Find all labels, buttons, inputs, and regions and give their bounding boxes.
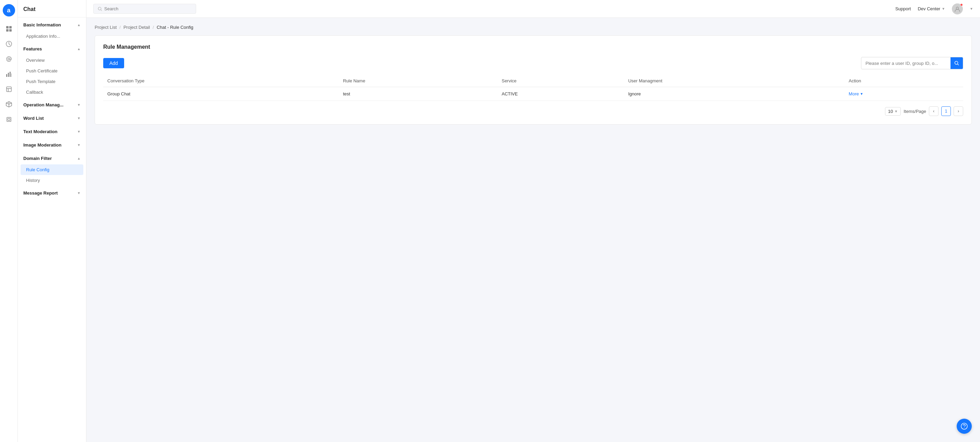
topbar-right: Support Dev Center ▼ ▼ [895,3,973,14]
svg-rect-1 [9,26,12,29]
sidebar: Chat Basic Information ▲ Application Inf… [18,0,86,442]
breadcrumb-project-detail[interactable]: Project Detail [123,25,150,30]
sidebar-section-image-moderation: Image Moderation ▼ [18,139,86,151]
app-logo[interactable]: a [3,4,15,16]
chevron-down-icon-more: ▼ [860,92,864,96]
table-row: Group Chat test ACTIVE Ignore More ▼ [103,87,963,101]
sidebar-section-word-list: Word List ▼ [18,112,86,124]
sidebar-section-title-features[interactable]: Features ▲ [18,43,86,55]
breadcrumb-sep-2: / [153,25,154,30]
search-input[interactable] [104,6,192,11]
add-button[interactable]: Add [103,58,124,68]
chevron-down-icon-operation: ▼ [77,103,81,107]
chevron-down-icon-message-report: ▼ [77,191,81,195]
breadcrumb-sep-1: / [119,25,121,30]
table-toolbar: Add [103,57,963,69]
chevron-up-icon: ▲ [77,23,81,27]
cell-service: ACTIVE [498,87,624,101]
svg-point-5 [8,58,10,60]
svg-rect-7 [8,73,9,77]
icon-rail: a [0,0,18,442]
sidebar-section-title-message-report[interactable]: Message Report ▼ [18,187,86,199]
svg-rect-3 [9,29,12,32]
rule-search-input[interactable] [861,58,950,68]
svg-point-16 [961,423,967,429]
user-expand-icon[interactable]: ▼ [970,7,973,11]
sidebar-item-push-template[interactable]: Push Template [18,76,86,87]
rail-icon-at[interactable] [2,52,16,66]
breadcrumb-current: Chat - Rule Config [157,25,193,30]
col-service: Service [498,75,624,87]
sidebar-item-history[interactable]: History [18,175,86,186]
search-icon [98,6,102,11]
rule-search-box [861,57,963,69]
rail-icon-bar[interactable] [2,67,16,81]
col-rule-name: Rule Name [339,75,498,87]
sidebar-section-basic-information: Basic Information ▲ Application Info... [18,19,86,41]
search-icon-btn [954,61,959,65]
sidebar-item-overview[interactable]: Overview [18,55,86,65]
breadcrumb-project-list[interactable]: Project List [95,25,116,30]
support-fab-button[interactable] [957,419,972,434]
support-link[interactable]: Support [895,6,911,11]
items-per-page-label: Items/Page [904,109,926,114]
svg-rect-9 [11,73,12,77]
svg-point-17 [964,428,964,428]
prev-page-button[interactable]: ‹ [929,106,939,116]
notification-dot [960,3,963,6]
sidebar-section-domain-filter: Domain Filter ▲ Rule Config History [18,152,86,186]
cell-user-management: Ignore [624,87,845,101]
sidebar-item-push-certificate[interactable]: Push Certificate [18,65,86,76]
support-icon [961,423,968,430]
sidebar-section-title-text-moderation[interactable]: Text Moderation ▼ [18,126,86,137]
svg-rect-12 [8,118,10,120]
chevron-down-icon-wordlist: ▼ [77,116,81,120]
sidebar-section-title-word-list[interactable]: Word List ▼ [18,112,86,124]
cell-conversation-type: Group Chat [103,87,339,101]
rail-icon-layers[interactable] [2,113,16,126]
chevron-up-icon-domain: ▲ [77,156,81,160]
sidebar-section-title-operation-manage[interactable]: Operation Manag... ▼ [18,99,86,111]
svg-rect-11 [7,117,11,121]
sidebar-section-title-basic-information[interactable]: Basic Information ▲ [18,19,86,31]
main-content: Support Dev Center ▼ ▼ Project List / Pr… [86,0,980,442]
svg-rect-0 [6,26,9,29]
sidebar-header: Chat [18,0,86,18]
rail-icon-cube[interactable] [2,97,16,111]
rail-icon-package[interactable] [2,82,16,96]
page-size-select[interactable]: 10 ▼ [885,107,901,116]
user-avatar-wrap[interactable] [952,3,963,14]
rail-icon-chart[interactable] [2,37,16,51]
sidebar-item-callback[interactable]: Callback [18,87,86,97]
dev-center-dropdown[interactable]: Dev Center ▼ [918,6,945,11]
rule-management-card: Rule Management Add [95,35,972,124]
sidebar-section-title-domain-filter[interactable]: Domain Filter ▲ [18,152,86,164]
sidebar-item-application-info[interactable]: Application Info... [18,31,86,41]
rules-table: Conversation Type Rule Name Service User… [103,75,963,101]
topbar: Support Dev Center ▼ ▼ [86,0,980,18]
sidebar-section-title-image-moderation[interactable]: Image Moderation ▼ [18,139,86,151]
cell-action: More ▼ [845,87,963,101]
next-page-button[interactable]: › [954,106,963,116]
chevron-down-icon-image-mod: ▼ [77,143,81,147]
sidebar-section-message-report: Message Report ▼ [18,187,86,199]
col-conversation-type: Conversation Type [103,75,339,87]
rule-search-button[interactable] [950,57,963,69]
more-action-link[interactable]: More ▼ [849,91,959,96]
current-page-button[interactable]: 1 [941,106,951,116]
svg-rect-8 [10,72,11,77]
sidebar-section-text-moderation: Text Moderation ▼ [18,126,86,137]
chevron-down-icon-pagesize: ▼ [894,110,898,113]
breadcrumb: Project List / Project Detail / Chat - R… [95,25,972,30]
chevron-up-icon-features: ▲ [77,47,81,51]
svg-rect-2 [6,29,9,32]
col-action: Action [845,75,963,87]
pagination: 10 ▼ Items/Page ‹ 1 › [103,106,963,116]
rail-icon-dashboard[interactable] [2,22,16,36]
content-area: Project List / Project Detail / Chat - R… [86,18,980,442]
col-user-management: User Managment [624,75,845,87]
sidebar-item-rule-config[interactable]: Rule Config [21,164,83,175]
sidebar-section-operation-manage: Operation Manag... ▼ [18,99,86,111]
svg-rect-6 [6,74,7,77]
topbar-search-box[interactable] [93,4,196,14]
